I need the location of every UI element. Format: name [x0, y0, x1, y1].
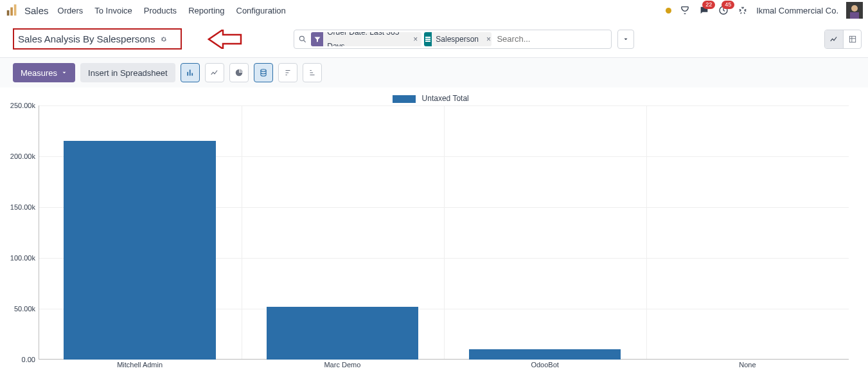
app-name[interactable]: Sales [24, 5, 49, 16]
svg-point-15 [261, 69, 266, 72]
nav-to-invoice[interactable]: To Invoice [94, 6, 132, 15]
control-panel: Sales Analysis By Salespersons Order Dat… [0, 21, 868, 58]
groupby-icon [424, 32, 432, 46]
chevron-down-icon [61, 69, 67, 76]
chart-type-bar-button[interactable] [181, 63, 200, 82]
messages-badge: 22 [702, 1, 715, 9]
nav-products[interactable]: Products [144, 6, 177, 15]
svg-rect-11 [849, 36, 855, 42]
search-facet-filter: Order Date: Last 365 Days × [311, 32, 421, 46]
search-icon [298, 35, 307, 44]
chart-plot: 0.0050.00k100.00k150.00k200.00k250.00k M… [39, 105, 849, 372]
svg-point-7 [300, 36, 305, 41]
x-tick-label: Marc Demo [324, 361, 360, 369]
y-tick: 150.00k [3, 203, 35, 211]
facet-group-remove[interactable]: × [483, 32, 492, 46]
user-avatar[interactable] [846, 2, 863, 19]
svg-rect-6 [850, 12, 859, 19]
y-tick: 50.00k [3, 305, 35, 313]
svg-rect-2 [14, 5, 17, 15]
svg-rect-12 [187, 72, 188, 76]
chart-bar[interactable] [469, 349, 621, 360]
measures-label: Measures [21, 68, 57, 78]
x-tick-label: OdooBot [531, 361, 558, 369]
search-options-dropdown[interactable] [617, 30, 634, 49]
legend-series-label: Untaxed Total [422, 94, 469, 103]
page-title-highlight: Sales Analysis By Salespersons [13, 28, 182, 50]
y-tick: 0.00 [3, 356, 35, 363]
facet-filter-remove[interactable]: × [409, 32, 421, 46]
svg-rect-13 [189, 69, 190, 75]
svg-rect-8 [425, 37, 430, 38]
app-logo-icon[interactable] [5, 3, 19, 17]
x-axis-labels: Mitchell AdminMarc DemoOdooBotNone [39, 361, 849, 372]
search-bar[interactable]: Order Date: Last 365 Days × Salesperson … [294, 30, 612, 49]
filter-icon [311, 32, 323, 46]
svg-rect-0 [7, 10, 10, 15]
top-nav: Sales Orders To Invoice Products Reporti… [0, 0, 868, 21]
chart-sort-desc-button[interactable] [278, 63, 297, 82]
x-tick-label: None [739, 361, 756, 369]
svg-rect-14 [191, 73, 193, 76]
nav-reporting[interactable]: Reporting [188, 6, 224, 15]
view-pivot-button[interactable] [843, 30, 861, 48]
svg-rect-1 [10, 7, 13, 15]
view-graph-button[interactable] [825, 30, 843, 48]
chart-type-pie-button[interactable] [229, 63, 249, 82]
insert-spreadsheet-button[interactable]: Insert in Spreadsheet [80, 63, 175, 82]
activities-icon[interactable]: 45 [718, 5, 729, 16]
activities-badge: 45 [722, 1, 734, 9]
systray: 22 45 Ikmal Commercial Co. [666, 2, 863, 19]
chart-legend[interactable]: Untaxed Total [0, 94, 862, 103]
chart-bar[interactable] [267, 307, 418, 360]
facet-filter-label: Order Date: Last 365 Days [323, 32, 409, 46]
legend-swatch [393, 95, 416, 103]
x-tick-label: Mitchell Admin [117, 361, 163, 369]
status-dot-icon[interactable] [666, 8, 671, 14]
chart-area: Untaxed Total 0.0050.00k100.00k150.00k20… [0, 87, 868, 379]
page-title: Sales Analysis By Salespersons [18, 33, 155, 44]
phone-icon[interactable] [679, 5, 691, 16]
svg-rect-10 [425, 41, 430, 42]
y-tick: 250.00k [3, 102, 35, 109]
chart-bar[interactable] [64, 141, 215, 360]
gear-icon[interactable] [160, 35, 168, 43]
graph-toolbar: Measures Insert in Spreadsheet [0, 58, 868, 87]
y-axis: 0.0050.00k100.00k150.00k200.00k250.00k [3, 105, 35, 360]
chart-sort-asc-button[interactable] [303, 63, 322, 82]
company-name[interactable]: Ikmal Commercial Co. [756, 6, 838, 15]
nav-configuration[interactable]: Configuration [236, 6, 286, 15]
search-facet-groupby: Salesperson × [424, 32, 492, 46]
facet-group-label: Salesperson [432, 32, 483, 46]
nav-menu: Orders To Invoice Products Reporting Con… [58, 6, 286, 15]
svg-point-5 [851, 5, 858, 12]
messages-icon[interactable]: 22 [698, 5, 710, 16]
svg-rect-9 [425, 39, 430, 40]
debug-icon[interactable] [737, 5, 748, 16]
chart-stacked-button[interactable] [254, 63, 273, 82]
y-tick: 100.00k [3, 254, 35, 262]
view-switcher-group [824, 30, 862, 49]
chart-type-line-button[interactable] [205, 63, 224, 82]
search-input[interactable] [494, 34, 607, 44]
annotation-arrow-icon [208, 30, 242, 49]
insert-label: Insert in Spreadsheet [88, 68, 168, 78]
y-tick: 200.00k [3, 152, 35, 160]
nav-orders[interactable]: Orders [58, 6, 84, 15]
measures-button[interactable]: Measures [13, 63, 75, 82]
chart-bars [39, 105, 849, 360]
